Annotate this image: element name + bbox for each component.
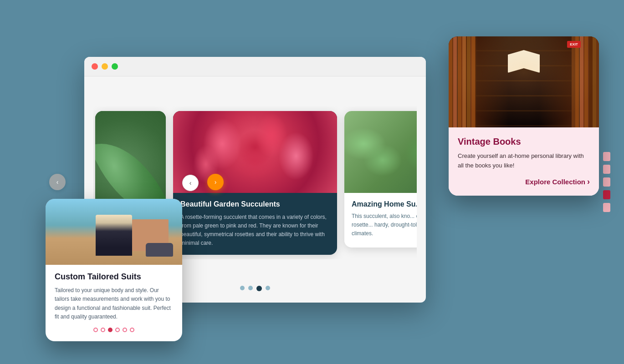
light-overlay bbox=[449, 36, 599, 127]
carousel-dot-3[interactable] bbox=[256, 286, 262, 291]
books-card-body: Vintage Books Create yourself an at-home… bbox=[449, 127, 599, 196]
succulent-cluster-decoration bbox=[344, 111, 417, 193]
home-succulent-description: This succulent, also kno... clusters of … bbox=[352, 212, 417, 238]
succulents-card-body: Beautiful Garden Succulents A rosette-fo… bbox=[173, 193, 337, 255]
books-card-title: Vintage Books bbox=[458, 136, 590, 147]
suits-card-body: Custom Tailored Suits Tailored to your u… bbox=[46, 265, 182, 341]
books-card: EXIT Vintage Books Create yourself an at… bbox=[449, 36, 599, 196]
traffic-light-red[interactable] bbox=[92, 63, 98, 70]
suits-dot-3[interactable] bbox=[108, 328, 113, 332]
suits-nav-dots bbox=[55, 328, 173, 332]
chevron-left-icon: ‹ bbox=[189, 179, 192, 187]
suits-dot-1[interactable] bbox=[93, 328, 98, 332]
traffic-light-yellow[interactable] bbox=[102, 63, 108, 70]
home-succulent-card-body: Amazing Home Su... This succulent, also … bbox=[344, 193, 417, 246]
suits-people-decoration bbox=[96, 215, 132, 256]
suits-card-title: Custom Tailored Suits bbox=[55, 272, 173, 282]
suits-dot-2[interactable] bbox=[101, 328, 105, 332]
books-card-description: Create yourself an at-home personal libr… bbox=[458, 152, 590, 171]
carousel-prev-button[interactable]: ‹ bbox=[182, 175, 199, 191]
suits-card-description: Tailored to your unique body and style. … bbox=[55, 286, 173, 321]
succulents-card-title: Beautiful Garden Succulents bbox=[180, 200, 330, 208]
suits-dot-5[interactable] bbox=[123, 328, 127, 332]
suits-dot-6[interactable] bbox=[130, 328, 134, 332]
suits-car-decoration bbox=[146, 243, 173, 257]
right-indicator-4[interactable] bbox=[603, 190, 610, 199]
suits-image bbox=[46, 199, 182, 265]
right-indicator-3[interactable] bbox=[603, 177, 610, 187]
right-indicator-1[interactable] bbox=[603, 152, 610, 161]
chevron-left-icon: ‹ bbox=[56, 178, 59, 186]
suits-prev-button[interactable]: ‹ bbox=[49, 174, 66, 190]
home-succulent-image bbox=[344, 111, 417, 193]
explore-collection-button[interactable]: Explore Collection › bbox=[458, 177, 590, 187]
explore-collection-label: Explore Collection bbox=[525, 178, 585, 186]
right-indicator-2[interactable] bbox=[603, 165, 610, 174]
suits-next-button[interactable]: › bbox=[207, 174, 224, 190]
home-succulent-title: Amazing Home Su... bbox=[352, 200, 417, 208]
carousel-dot-1[interactable] bbox=[240, 286, 245, 290]
right-indicators bbox=[603, 152, 610, 212]
explore-arrow-icon: › bbox=[587, 177, 590, 187]
carousel-card-home-succulent: Amazing Home Su... This succulent, also … bbox=[344, 111, 417, 248]
carousel-dot-2[interactable] bbox=[248, 286, 253, 290]
succulents-card-description: A rosette-forming succulent that comes i… bbox=[180, 213, 330, 248]
carousel-dot-4[interactable] bbox=[266, 286, 270, 290]
suits-card: Custom Tailored Suits Tailored to your u… bbox=[46, 199, 182, 341]
right-indicator-5[interactable] bbox=[603, 203, 610, 212]
carousel-dots bbox=[240, 286, 270, 291]
traffic-light-green[interactable] bbox=[112, 63, 118, 70]
suits-dot-4[interactable] bbox=[115, 328, 120, 332]
books-image: EXIT bbox=[449, 36, 599, 127]
browser-titlebar bbox=[84, 57, 426, 76]
chevron-right-icon: › bbox=[215, 178, 217, 186]
